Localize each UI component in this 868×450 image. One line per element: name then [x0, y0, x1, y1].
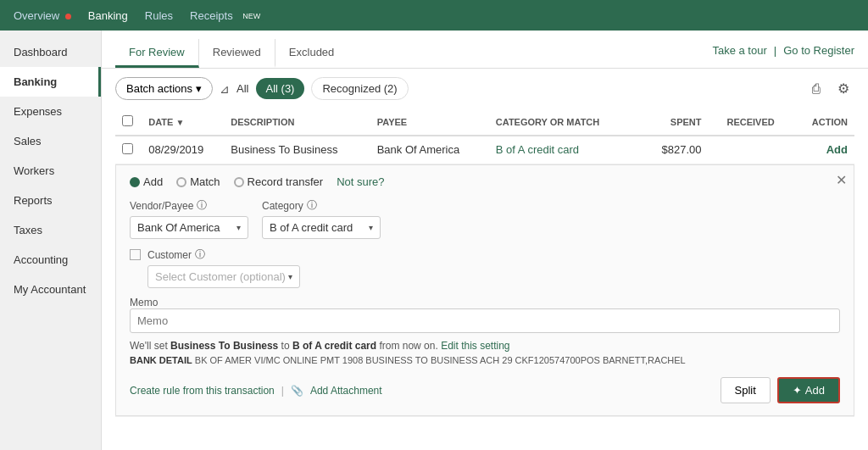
- add-button[interactable]: ✦ Add: [777, 377, 840, 403]
- billable-row: Customer ⓘ Select Customer (optional) ▾: [130, 247, 840, 288]
- vendor-select[interactable]: Bank Of America ▾: [130, 216, 248, 239]
- vendor-select-arrow: ▾: [236, 223, 241, 232]
- vendor-label: Vendor/Payee ⓘ: [130, 198, 248, 213]
- category-group: Category ⓘ B of A credit card ▾: [262, 198, 381, 239]
- customer-select[interactable]: Select Customer (optional) ▾: [147, 265, 300, 288]
- close-button[interactable]: ✕: [836, 172, 847, 188]
- table-container: DATE ▼ DESCRIPTION PAYEE CATEGORY OR MAT…: [102, 108, 868, 417]
- bottom-buttons: Split ✦ Add: [721, 377, 840, 403]
- memo-group: Memo: [130, 297, 840, 333]
- memo-label: Memo: [130, 297, 840, 308]
- row-received: [708, 136, 781, 164]
- top-nav-overview[interactable]: Overview: [14, 9, 71, 22]
- top-nav-rules[interactable]: Rules: [145, 9, 173, 22]
- sort-arrow-icon: ▼: [175, 118, 184, 127]
- memo-input[interactable]: [130, 308, 840, 333]
- go-to-register-link[interactable]: Go to Register: [783, 44, 854, 57]
- sidebar-item-workers[interactable]: Workers: [0, 156, 101, 186]
- sub-tab-right: Take a tour | Go to Register: [712, 44, 854, 64]
- info-bold-category: B of A credit card: [292, 340, 376, 352]
- row-category[interactable]: B of A credit card: [489, 136, 635, 164]
- col-header-date[interactable]: DATE ▼: [142, 108, 224, 136]
- print-icon[interactable]: ⎙: [807, 80, 826, 98]
- row-action[interactable]: Add: [782, 136, 854, 164]
- expanded-content: ✕ Add Match: [115, 164, 854, 416]
- category-help-icon[interactable]: ⓘ: [307, 198, 317, 213]
- tab-for-review[interactable]: For Review: [115, 39, 199, 68]
- sidebar-item-banking[interactable]: Banking: [0, 67, 101, 97]
- top-nav-receipts[interactable]: Receipts NEW: [190, 9, 264, 22]
- sidebar: Dashboard Banking Expenses Sales Workers…: [0, 31, 102, 450]
- top-nav-banking[interactable]: Banking: [88, 9, 128, 22]
- radio-record[interactable]: Record transfer: [234, 175, 324, 188]
- category-select[interactable]: B of A credit card ▾: [262, 216, 381, 239]
- sidebar-item-reports[interactable]: Reports: [0, 186, 101, 215]
- sidebar-item-expenses[interactable]: Expenses: [0, 97, 101, 126]
- radio-add-dot: [130, 177, 140, 187]
- sidebar-item-my-accountant[interactable]: My Accountant: [0, 275, 101, 304]
- radio-match[interactable]: Match: [176, 175, 220, 188]
- row-description[interactable]: Business To Business: [224, 136, 370, 164]
- attachment-icon: 📎: [291, 385, 303, 397]
- customer-select-arrow: ▾: [288, 272, 292, 281]
- tab-excluded[interactable]: Excluded: [275, 39, 348, 68]
- col-header-received: RECEIVED: [708, 108, 781, 136]
- sidebar-item-taxes[interactable]: Taxes: [0, 215, 101, 245]
- divider: |: [281, 385, 284, 397]
- receipts-new-badge: NEW: [239, 11, 264, 21]
- col-header-payee: PAYEE: [370, 108, 489, 136]
- settings-icon[interactable]: ⚙: [832, 79, 854, 98]
- chevron-down-icon: ▾: [196, 82, 202, 95]
- take-a-tour-link[interactable]: Take a tour: [712, 44, 766, 57]
- sub-tab-bar: For Review Reviewed Excluded Take a tour…: [102, 31, 868, 69]
- filter-recognized[interactable]: Recognized (2): [311, 77, 408, 100]
- radio-group: Add Match Record transfer: [130, 175, 840, 188]
- filter-all[interactable]: All (3): [256, 78, 305, 99]
- sidebar-item-dashboard[interactable]: Dashboard: [0, 37, 101, 67]
- table-row: 08/29/2019 Business To Business Bank Of …: [115, 136, 854, 164]
- transactions-table: DATE ▼ DESCRIPTION PAYEE CATEGORY OR MAT…: [115, 108, 854, 417]
- radio-match-dot: [176, 177, 186, 187]
- tab-reviewed[interactable]: Reviewed: [199, 39, 275, 68]
- select-all-checkbox[interactable]: [122, 115, 133, 126]
- all-label: All: [236, 82, 248, 95]
- row-checkbox[interactable]: [122, 143, 133, 154]
- row-spent: $827.00: [635, 136, 708, 164]
- bank-detail: BANK DETAIL BK OF AMER VI/MC ONLINE PMT …: [130, 355, 840, 365]
- sidebar-item-sales[interactable]: Sales: [0, 126, 101, 156]
- expanded-row: ✕ Add Match: [115, 164, 854, 417]
- not-sure-link[interactable]: Not sure?: [337, 175, 384, 188]
- overview-dot: [65, 14, 71, 19]
- bottom-links: Create rule from this transaction | 📎 Ad…: [130, 385, 382, 397]
- billable-checkbox[interactable]: [130, 249, 141, 260]
- sub-tabs: For Review Reviewed Excluded: [115, 39, 348, 68]
- category-link[interactable]: B of A credit card: [496, 143, 579, 156]
- main-content: For Review Reviewed Excluded Take a tour…: [102, 31, 868, 450]
- customer-group: Customer ⓘ Select Customer (optional) ▾: [147, 247, 300, 288]
- vendor-payee-group: Vendor/Payee ⓘ Bank Of America ▾: [130, 198, 248, 239]
- split-button[interactable]: Split: [721, 377, 771, 403]
- filter-icon[interactable]: ⊿: [220, 82, 230, 96]
- vendor-help-icon[interactable]: ⓘ: [197, 198, 207, 213]
- sidebar-item-accounting[interactable]: Accounting: [0, 245, 101, 275]
- add-icon: ✦: [793, 384, 802, 397]
- radio-add[interactable]: Add: [130, 175, 163, 188]
- col-header-spent: SPENT: [635, 108, 708, 136]
- separator: |: [774, 44, 776, 57]
- create-rule-link[interactable]: Create rule from this transaction: [130, 385, 275, 397]
- add-transaction-link[interactable]: Add: [826, 143, 848, 156]
- form-row-vendor-category: Vendor/Payee ⓘ Bank Of America ▾: [130, 198, 840, 239]
- category-select-arrow: ▾: [369, 223, 373, 232]
- customer-label: Customer ⓘ: [147, 247, 300, 262]
- bottom-action-row: Create rule from this transaction | 📎 Ad…: [130, 372, 840, 405]
- top-nav: Overview Banking Rules Receipts NEW: [0, 0, 868, 31]
- batch-actions-button[interactable]: Batch actions ▾: [115, 77, 213, 100]
- row-payee: Bank Of America: [370, 136, 489, 164]
- add-attachment-link[interactable]: Add Attachment: [310, 385, 382, 397]
- customer-help-icon[interactable]: ⓘ: [195, 247, 205, 262]
- bank-detail-label: BANK DETAIL: [130, 355, 192, 365]
- filter-bar: Batch actions ▾ ⊿ All All (3) Recognized…: [102, 69, 868, 108]
- category-label: Category ⓘ: [262, 198, 381, 213]
- col-header-action: ACTION: [782, 108, 854, 136]
- edit-setting-link[interactable]: Edit this setting: [441, 340, 509, 352]
